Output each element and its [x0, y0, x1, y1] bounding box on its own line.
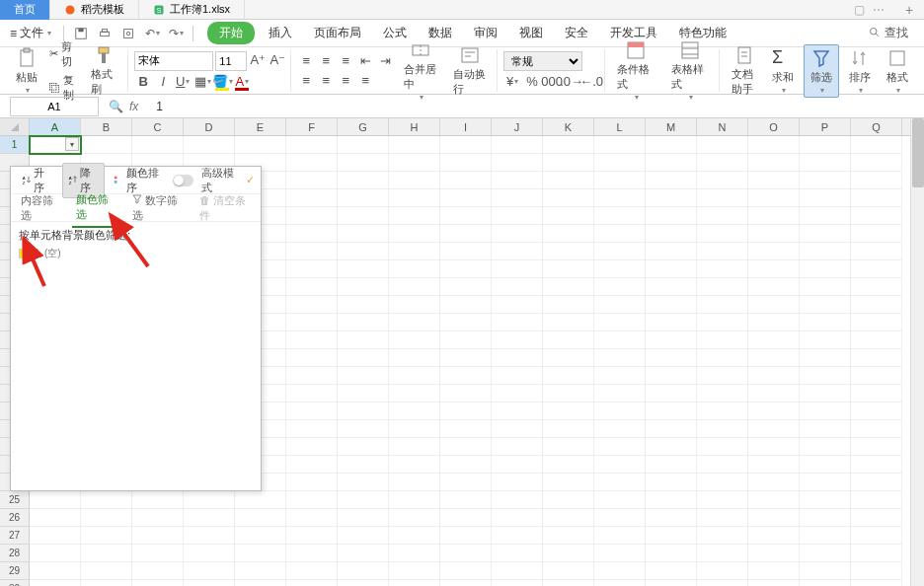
cell[interactable] — [492, 136, 543, 154]
cell[interactable] — [389, 154, 440, 172]
cell[interactable] — [800, 314, 851, 331]
cell[interactable] — [286, 189, 338, 207]
cell[interactable] — [492, 278, 543, 296]
cell[interactable] — [235, 527, 286, 545]
cell[interactable] — [440, 154, 492, 172]
cell[interactable] — [594, 243, 646, 260]
cell[interactable] — [440, 260, 492, 278]
cell[interactable] — [30, 527, 81, 545]
col-header-P[interactable]: P — [800, 118, 851, 135]
distribute-icon[interactable]: ≡ — [356, 72, 374, 90]
italic-button[interactable]: I — [154, 73, 172, 91]
cell[interactable] — [338, 545, 389, 562]
cell[interactable] — [30, 580, 81, 586]
cell[interactable] — [132, 136, 184, 154]
col-header-E[interactable]: E — [235, 118, 286, 135]
cell[interactable] — [646, 225, 697, 243]
tab-overflow-icon[interactable]: ⋯ — [873, 3, 885, 17]
cell[interactable] — [800, 527, 851, 545]
cell[interactable] — [748, 207, 800, 225]
conditional-format-button[interactable]: 条件格式▾ — [611, 37, 661, 104]
cell[interactable] — [81, 509, 132, 527]
cell[interactable] — [492, 456, 543, 474]
underline-button[interactable]: U▾ — [174, 73, 192, 91]
cell[interactable] — [748, 456, 800, 474]
cell[interactable] — [81, 580, 132, 586]
cell[interactable] — [800, 331, 851, 349]
cell[interactable] — [594, 278, 646, 296]
cell[interactable] — [594, 456, 646, 474]
cell[interactable] — [800, 296, 851, 314]
cell[interactable] — [851, 545, 902, 562]
cell[interactable] — [748, 491, 800, 509]
cell[interactable] — [543, 580, 594, 586]
cell[interactable] — [440, 527, 492, 545]
cell[interactable] — [338, 172, 389, 189]
cell[interactable] — [389, 385, 440, 403]
cell[interactable] — [440, 420, 492, 438]
cell[interactable] — [286, 331, 338, 349]
cell[interactable] — [851, 225, 902, 243]
cell[interactable] — [851, 367, 902, 385]
cell[interactable] — [543, 474, 594, 491]
cell[interactable] — [543, 545, 594, 562]
cell[interactable] — [81, 562, 132, 580]
decrease-decimal-icon[interactable]: ←.0 — [582, 73, 600, 91]
menu-search[interactable]: 查找 — [868, 25, 918, 41]
col-header-G[interactable]: G — [338, 118, 389, 135]
cell[interactable] — [235, 562, 286, 580]
cell[interactable] — [697, 562, 748, 580]
cell[interactable] — [492, 207, 543, 225]
cell[interactable] — [800, 243, 851, 260]
cell[interactable] — [697, 491, 748, 509]
cell[interactable] — [543, 509, 594, 527]
cell[interactable] — [492, 562, 543, 580]
cell[interactable] — [286, 349, 338, 367]
paste-button[interactable]: 粘贴▾ — [10, 45, 43, 97]
cell[interactable] — [697, 474, 748, 491]
cell[interactable] — [800, 474, 851, 491]
cell[interactable] — [594, 260, 646, 278]
cell[interactable] — [594, 207, 646, 225]
cell[interactable] — [697, 225, 748, 243]
col-header-I[interactable]: I — [440, 118, 492, 135]
cell[interactable] — [646, 403, 697, 420]
scrollbar-thumb[interactable] — [912, 118, 924, 187]
menu-insert[interactable]: 插入 — [261, 25, 300, 41]
cell[interactable] — [440, 136, 492, 154]
cell[interactable] — [594, 349, 646, 367]
cell[interactable] — [286, 278, 338, 296]
cell[interactable] — [492, 331, 543, 349]
cell[interactable] — [132, 580, 184, 586]
cell[interactable] — [389, 491, 440, 509]
undo-icon[interactable]: ↶▾ — [143, 25, 161, 42]
filter-tab-color[interactable]: 颜色筛选 — [72, 188, 119, 228]
cell[interactable] — [184, 509, 235, 527]
cell[interactable] — [338, 349, 389, 367]
wrap-text-button[interactable]: 自动换行 — [447, 42, 493, 99]
cell[interactable] — [697, 243, 748, 260]
border-button[interactable]: ▦▾ — [193, 73, 211, 91]
cell[interactable] — [389, 438, 440, 456]
cell[interactable] — [646, 278, 697, 296]
cell[interactable] — [646, 136, 697, 154]
cell[interactable] — [748, 562, 800, 580]
cell[interactable] — [646, 296, 697, 314]
cell[interactable] — [286, 243, 338, 260]
menu-page-layout[interactable]: 页面布局 — [306, 25, 369, 41]
sort-button[interactable]: 排序▾ — [843, 45, 877, 97]
cell[interactable] — [30, 509, 81, 527]
cell[interactable] — [646, 349, 697, 367]
cell[interactable] — [646, 154, 697, 172]
filter-button[interactable]: 筛选▾ — [804, 44, 839, 98]
indent-increase-icon[interactable]: ⇥ — [376, 52, 394, 70]
currency-icon[interactable]: ¥▾ — [503, 73, 521, 91]
filter-tab-content[interactable]: 内容筛选 — [17, 189, 64, 227]
indent-decrease-icon[interactable]: ⇤ — [356, 52, 374, 70]
cell[interactable] — [594, 403, 646, 420]
cell[interactable] — [30, 491, 81, 509]
cell[interactable] — [646, 189, 697, 207]
cell[interactable] — [389, 243, 440, 260]
cell[interactable] — [851, 385, 902, 403]
cell[interactable] — [440, 438, 492, 456]
